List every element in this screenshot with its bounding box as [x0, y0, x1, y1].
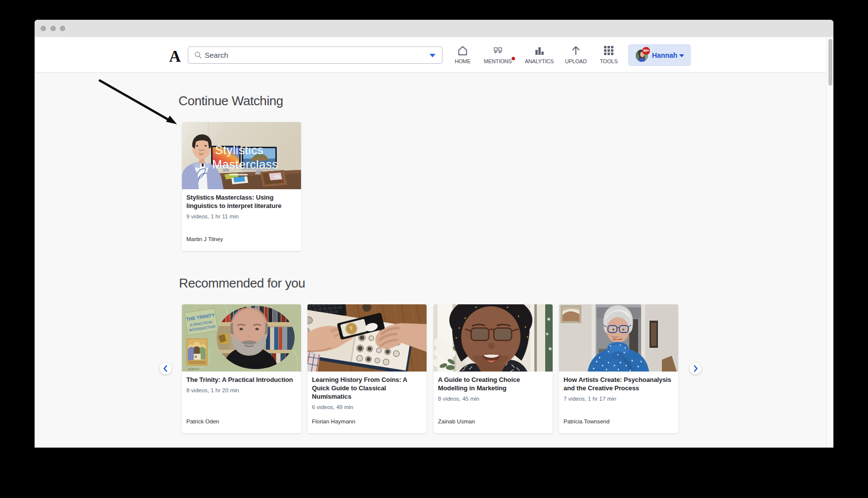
svg-text:Masterclass: Masterclass [212, 158, 278, 171]
svg-text:SEABURY: SEABURY [188, 368, 200, 371]
svg-text:Stylistics: Stylistics [215, 143, 263, 157]
